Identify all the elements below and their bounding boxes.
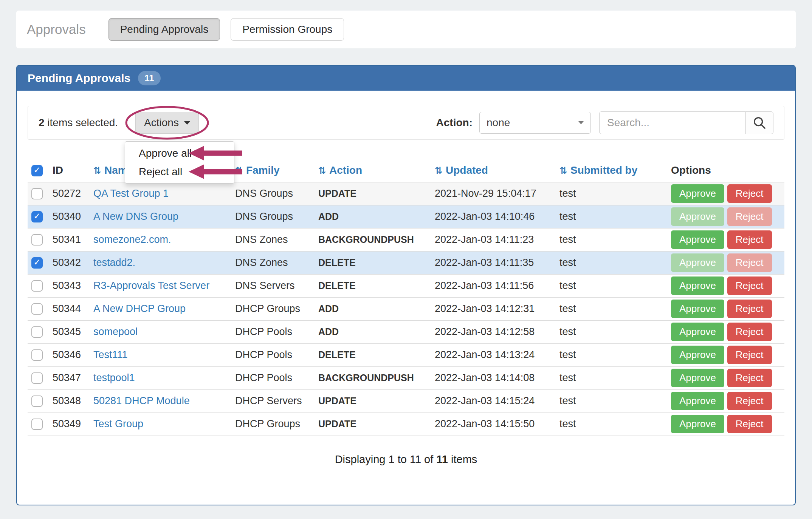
search-input[interactable]	[599, 111, 746, 134]
cell-id: 50348	[49, 389, 90, 412]
column-header-action[interactable]: ⇅Action	[315, 159, 431, 182]
cell-family: DHCP Groups	[231, 297, 315, 320]
cell-submitted-by: test	[556, 320, 667, 343]
reject-button[interactable]: Reject	[727, 415, 772, 433]
cell-submitted-by: test	[556, 297, 667, 320]
row-checkbox[interactable]	[31, 395, 43, 407]
row-name-link[interactable]: somepool	[93, 326, 138, 337]
cell-action: ADD	[315, 297, 431, 320]
sort-icon: ⇅	[318, 165, 326, 176]
menu-item-reject-all[interactable]: Reject all	[125, 162, 234, 181]
cell-updated: 2022-Jan-03 14:15:50	[431, 412, 556, 436]
reject-button[interactable]: Reject	[727, 230, 772, 249]
count-badge: 11	[138, 71, 160, 85]
column-header-options: Options	[667, 159, 784, 182]
cell-submitted-by: test	[556, 228, 667, 251]
table-row: 50341 somezone2.com. DNS Zones BACKGROUN…	[28, 228, 784, 251]
menu-item-approve-all[interactable]: Approve all	[125, 144, 234, 162]
row-name-link[interactable]: somezone2.com.	[93, 234, 171, 245]
selection-label: items selected.	[45, 117, 118, 128]
approve-button[interactable]: Approve	[671, 392, 724, 410]
cell-family: DNS Zones	[231, 228, 315, 251]
row-name-link[interactable]: R3-Approvals Test Server	[93, 280, 209, 291]
row-name-link[interactable]: Test111	[93, 349, 128, 360]
pending-approvals-panel: Pending Approvals 11 2 items selected. A…	[16, 65, 796, 505]
sort-icon: ⇅	[559, 165, 567, 176]
actions-dropdown-menu: Approve all Reject all	[125, 141, 234, 184]
approve-button[interactable]: Approve	[671, 207, 724, 226]
approve-button[interactable]: Approve	[671, 323, 724, 341]
approve-button[interactable]: Approve	[671, 276, 724, 295]
reject-button[interactable]: Reject	[727, 392, 772, 410]
row-checkbox[interactable]	[31, 188, 43, 199]
search-group	[599, 111, 773, 134]
page-header: Approvals Pending Approvals Permission G…	[16, 11, 796, 48]
column-header-updated[interactable]: ⇅Updated	[431, 159, 556, 182]
select-all-checkbox[interactable]	[31, 165, 43, 176]
actions-dropdown-button[interactable]: Actions	[135, 112, 199, 134]
cell-updated: 2022-Jan-03 14:10:46	[431, 205, 556, 228]
row-name-link[interactable]: A New DNS Group	[93, 211, 178, 222]
row-name-link[interactable]: QA Test Group 1	[93, 188, 169, 199]
row-checkbox[interactable]	[31, 257, 43, 269]
cell-action: UPDATE	[315, 182, 431, 205]
cell-action: ADD	[315, 205, 431, 228]
cell-action: DELETE	[315, 251, 431, 274]
row-checkbox[interactable]	[31, 349, 43, 361]
row-checkbox[interactable]	[31, 211, 43, 222]
selection-status: 2 items selected.	[39, 117, 118, 129]
reject-button[interactable]: Reject	[727, 184, 772, 203]
approve-button[interactable]: Approve	[671, 253, 724, 272]
reject-button[interactable]: Reject	[727, 323, 772, 341]
cell-updated: 2022-Jan-03 14:11:35	[431, 251, 556, 274]
cell-id: 50344	[49, 297, 90, 320]
tab-pending-approvals[interactable]: Pending Approvals	[108, 18, 220, 41]
cell-submitted-by: test	[556, 251, 667, 274]
table-row: 50347 testpool1 DHCP Pools BACKGROUNDPUS…	[28, 366, 784, 389]
cell-id: 50340	[49, 205, 90, 228]
cell-id: 50272	[49, 182, 90, 205]
column-header-family[interactable]: ⇅Family	[231, 159, 315, 182]
row-checkbox[interactable]	[31, 372, 43, 384]
approve-button[interactable]: Approve	[671, 369, 724, 387]
table-row: 50349 Test Group DHCP Groups UPDATE 2022…	[28, 412, 784, 436]
table-row: 50345 somepool DHCP Pools ADD 2022-Jan-0…	[28, 320, 784, 343]
cell-updated: 2022-Jan-03 14:12:58	[431, 320, 556, 343]
row-checkbox[interactable]	[31, 303, 43, 315]
row-checkbox[interactable]	[31, 419, 43, 430]
reject-button[interactable]: Reject	[727, 253, 772, 272]
cell-family: DHCP Pools	[231, 343, 315, 366]
approve-button[interactable]: Approve	[671, 415, 724, 433]
row-name-link[interactable]: testadd2.	[93, 257, 135, 268]
column-header-submitted-by[interactable]: ⇅Submitted by	[556, 159, 667, 182]
table-row: 50344 A New DHCP Group DHCP Groups ADD 2…	[28, 297, 784, 320]
row-name-link[interactable]: A New DHCP Group	[93, 303, 186, 314]
row-name-link[interactable]: testpool1	[93, 372, 135, 383]
row-name-link[interactable]: 50281 DHCP Module	[93, 395, 190, 406]
approve-button[interactable]: Approve	[671, 300, 724, 318]
row-checkbox[interactable]	[31, 280, 43, 292]
reject-button[interactable]: Reject	[727, 207, 772, 226]
cell-updated: 2022-Jan-03 14:11:56	[431, 274, 556, 297]
search-button[interactable]	[745, 111, 773, 134]
approve-button[interactable]: Approve	[671, 230, 724, 249]
table-toolbar: 2 items selected. Actions Approve all	[28, 106, 784, 140]
cell-id: 50349	[49, 412, 90, 436]
row-name-link[interactable]: Test Group	[93, 418, 143, 429]
approve-button[interactable]: Approve	[671, 184, 724, 203]
row-checkbox[interactable]	[31, 326, 43, 338]
cell-updated: 2022-Jan-03 14:14:08	[431, 366, 556, 389]
row-checkbox[interactable]	[31, 234, 43, 246]
cell-action: UPDATE	[315, 389, 431, 412]
reject-button[interactable]: Reject	[727, 276, 772, 295]
action-filter-select[interactable]: none	[479, 112, 591, 134]
reject-button[interactable]: Reject	[727, 346, 772, 364]
cell-updated: 2022-Jan-03 14:12:31	[431, 297, 556, 320]
table-row: 50340 A New DNS Group DNS Groups ADD 202…	[28, 205, 784, 228]
cell-submitted-by: test	[556, 366, 667, 389]
reject-button[interactable]: Reject	[727, 300, 772, 318]
approve-button[interactable]: Approve	[671, 346, 724, 364]
tab-permission-groups[interactable]: Permission Groups	[231, 18, 344, 41]
panel-body: 2 items selected. Actions Approve all	[17, 91, 795, 466]
reject-button[interactable]: Reject	[727, 369, 772, 387]
